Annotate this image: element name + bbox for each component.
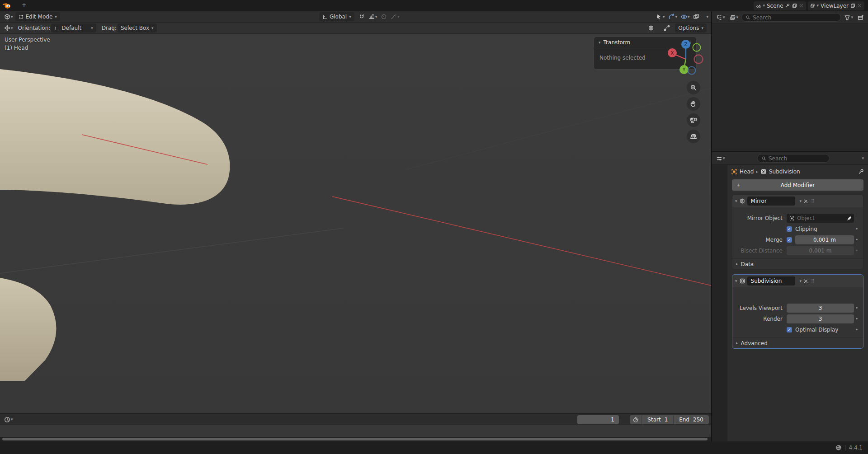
- new-collection-button[interactable]: [856, 13, 865, 22]
- modifier-name-field[interactable]: Subdivision: [747, 276, 795, 286]
- overlays-toggle[interactable]: ▾: [679, 12, 691, 21]
- navigation-gizmo[interactable]: Z X Y: [667, 38, 705, 76]
- svg-text:Z: Z: [684, 42, 688, 47]
- modifier-extras-icon[interactable]: ▾: [800, 279, 802, 283]
- mode-label: Edit Mode: [26, 14, 53, 20]
- drag-handle-icon[interactable]: ⠿: [811, 279, 815, 284]
- frame-range-group: Start1 End250: [630, 415, 709, 424]
- collapse-icon[interactable]: ▾: [735, 279, 737, 283]
- orientation-value: Global: [330, 14, 347, 20]
- merge-checkbox[interactable]: [787, 237, 792, 243]
- orientation-default-icon: [54, 26, 59, 31]
- mode-selector[interactable]: Edit Mode ▾: [15, 12, 60, 21]
- outliner-search-input[interactable]: [753, 14, 837, 21]
- render-levels-field[interactable]: 3: [787, 314, 854, 323]
- breadcrumb-object[interactable]: Head: [740, 168, 754, 175]
- hand-icon: [690, 100, 697, 108]
- blender-logo-icon[interactable]: [3, 1, 11, 10]
- viewlayer-selector[interactable]: ▾ ViewLayer: [808, 1, 864, 10]
- properties-search[interactable]: [757, 154, 830, 163]
- active-tool-button[interactable]: ▾: [3, 23, 14, 33]
- show-object-types[interactable]: ▾: [655, 12, 666, 21]
- orientation-label: Orientation:: [18, 25, 51, 31]
- mirror-object-field[interactable]: Object: [787, 214, 854, 223]
- xray-toggle[interactable]: [692, 12, 701, 21]
- snap-toggle[interactable]: [357, 12, 366, 21]
- transform-orientation[interactable]: Global ▾: [319, 12, 354, 21]
- timeline-editor-type[interactable]: ▾: [3, 415, 14, 424]
- shading-dropdown[interactable]: ▾: [706, 15, 708, 19]
- drag-handle-icon[interactable]: ⠿: [811, 199, 815, 204]
- current-frame-field[interactable]: 1: [577, 415, 619, 424]
- scene-selector[interactable]: ▾ Scene: [754, 1, 806, 10]
- decorator-dot[interactable]: [854, 305, 859, 311]
- editor-type-button[interactable]: ▾: [3, 12, 14, 21]
- add-workspace-button[interactable]: +: [18, 0, 30, 11]
- outliner-display-mode[interactable]: ▾: [728, 13, 740, 22]
- funnel-icon: [844, 14, 850, 21]
- optimal-display-checkbox[interactable]: [787, 327, 792, 332]
- subdivision-modifier-header[interactable]: ▾ Subdivision ▾ ⠿: [732, 275, 863, 287]
- levels-viewport-label: Levels Viewport: [736, 305, 787, 311]
- pin-icon[interactable]: [858, 168, 864, 175]
- snap-settings[interactable]: ▾: [367, 12, 379, 21]
- properties-search-input[interactable]: [769, 155, 826, 162]
- orientation-dropdown[interactable]: Default ▾: [51, 23, 96, 33]
- options-dropdown[interactable]: Options ▾: [675, 23, 707, 33]
- subdivision-advanced-section[interactable]: ▸Advanced: [732, 337, 863, 348]
- decorator-dot[interactable]: [854, 316, 859, 322]
- pan-button[interactable]: [687, 97, 700, 111]
- levels-viewport-field[interactable]: 3: [787, 304, 854, 313]
- auto-keying-toggle[interactable]: [630, 415, 642, 424]
- eyedropper-icon[interactable]: [846, 216, 851, 221]
- merge-label: Merge: [736, 237, 787, 243]
- timeline-scrollbar[interactable]: [0, 437, 711, 441]
- close-icon[interactable]: [803, 279, 808, 284]
- timeline-ruler[interactable]: [0, 425, 711, 437]
- proportional-edit-toggle[interactable]: [379, 12, 388, 21]
- outliner-search[interactable]: [741, 13, 841, 22]
- snap-base-button[interactable]: [662, 23, 671, 33]
- active-object-label: (1) Head: [5, 45, 28, 51]
- outliner-editor-type[interactable]: ▾: [715, 13, 726, 22]
- camera-view-button[interactable]: [687, 113, 700, 127]
- svg-text:Y: Y: [682, 67, 686, 72]
- properties-editor-type[interactable]: ▾: [715, 154, 726, 163]
- drag-value: Select Box: [121, 25, 149, 31]
- mirror-modifier-header[interactable]: ▾ Mirror ▾ ⠿: [732, 195, 863, 207]
- merge-threshold-field[interactable]: 0.001 m: [795, 235, 854, 244]
- modifier-name-field[interactable]: Mirror: [747, 197, 795, 206]
- grid-icon: [690, 133, 697, 140]
- collapse-icon[interactable]: ▾: [599, 41, 601, 45]
- viewport-canvas[interactable]: User Perspective (1) Head ▾ Transform ⠿ …: [0, 34, 711, 413]
- properties-header: ▾ ▾: [712, 152, 868, 165]
- decorator-dot[interactable]: [854, 237, 859, 243]
- proportional-falloff[interactable]: ▾: [389, 12, 401, 21]
- remove-viewlayer-icon: [857, 3, 862, 8]
- properties-options[interactable]: ▾: [860, 154, 865, 163]
- start-frame-field[interactable]: Start1: [642, 415, 673, 424]
- modifier-extras-icon[interactable]: ▾: [800, 199, 802, 203]
- new-viewlayer-icon[interactable]: [850, 3, 855, 8]
- gizmos-toggle[interactable]: ▾: [667, 12, 679, 21]
- mirror-data-section[interactable]: ▸Data: [732, 258, 863, 269]
- status-bar: 4.4.1: [0, 441, 868, 454]
- drag-dropdown[interactable]: Select Box ▾: [118, 23, 157, 33]
- new-scene-icon[interactable]: [792, 3, 797, 8]
- pin-icon[interactable]: [785, 3, 790, 8]
- collapse-icon[interactable]: ▾: [735, 199, 737, 203]
- drag-label: Drag:: [102, 25, 117, 31]
- toggle-perspective-button[interactable]: [687, 130, 700, 143]
- add-modifier-button[interactable]: ＋ Add Modifier: [732, 179, 863, 191]
- outliner-filter[interactable]: ▾: [843, 13, 854, 22]
- breadcrumb-modifier[interactable]: Subdivision: [769, 168, 800, 175]
- close-icon[interactable]: [803, 199, 808, 204]
- decorator-dot[interactable]: [854, 327, 859, 333]
- clipping-checkbox[interactable]: [787, 226, 792, 232]
- viewport-editor-icon: [4, 14, 10, 20]
- decorator-dot[interactable]: [854, 226, 859, 232]
- bisect-distance-field: 0.001 m: [787, 246, 854, 255]
- options-label: Options: [678, 25, 699, 31]
- zoom-button[interactable]: [687, 81, 700, 94]
- end-frame-field[interactable]: End250: [674, 415, 709, 424]
